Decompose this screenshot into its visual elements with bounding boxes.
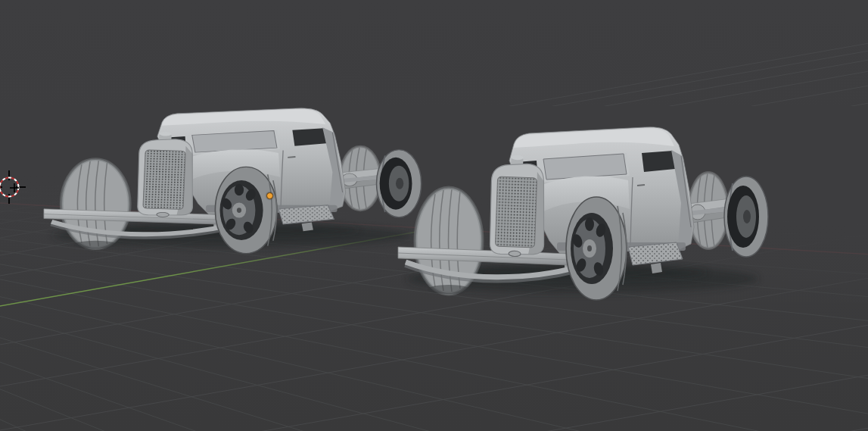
3d-viewport[interactable] — [0, 0, 868, 431]
object-origin-indicator — [266, 192, 273, 199]
hotrod-car-left[interactable] — [44, 108, 422, 254]
3d-cursor-icon — [0, 164, 32, 210]
hotrod-car-right[interactable] — [398, 127, 768, 300]
cursor-crosshair — [0, 170, 26, 204]
